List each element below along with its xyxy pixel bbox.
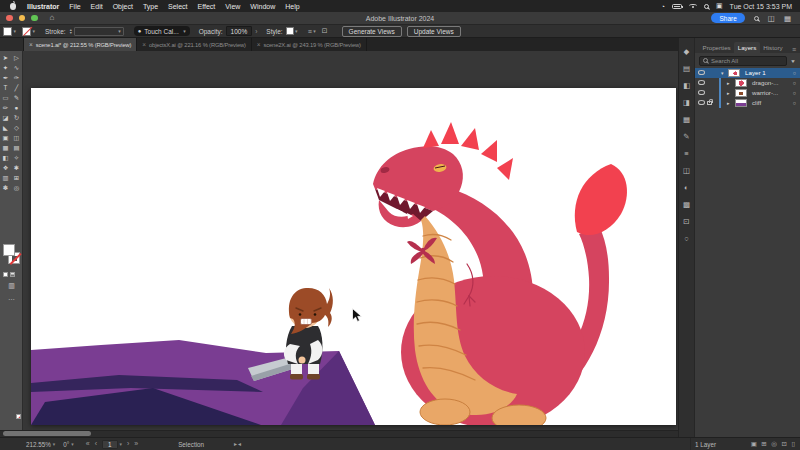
layer-thumbnail[interactable] — [735, 79, 747, 87]
target-circle-icon[interactable]: ○ — [793, 80, 796, 86]
opacity-value-field[interactable]: 100% — [226, 26, 253, 36]
layer-row-dragon[interactable]: ▸ dragon-... ○ — [695, 78, 800, 88]
apple-icon[interactable] — [10, 3, 16, 10]
workspace-switcher-icon[interactable]: ▦ — [784, 14, 791, 23]
rectangle-tool[interactable]: ▭ — [3, 93, 9, 103]
rotation-field[interactable]: 0° — [63, 441, 69, 448]
target-circle-icon[interactable]: ○ — [793, 100, 796, 106]
shape-builder-tool[interactable]: ◫ — [14, 133, 20, 143]
symbol-sprayer-tool[interactable]: ✱ — [14, 163, 19, 173]
close-icon[interactable]: × — [257, 41, 261, 48]
next-artboard-icon[interactable]: › — [127, 439, 129, 449]
chevron-right-icon[interactable]: ▸ — [727, 100, 730, 106]
locate-object-icon[interactable]: ◎ — [771, 440, 777, 448]
share-button[interactable]: Share — [711, 13, 744, 23]
transparency-icon[interactable]: ▩ — [683, 201, 690, 209]
menubar-clock[interactable]: Tue Oct 15 3:53 PM — [730, 3, 792, 10]
canvas[interactable] — [23, 51, 678, 430]
search-icon[interactable] — [754, 16, 759, 21]
toolbar-fill-swatch[interactable] — [3, 244, 15, 256]
current-tool-indicator[interactable]: Selection — [178, 441, 204, 448]
previous-artboard-icon[interactable]: ‹ — [95, 439, 97, 449]
layer-thumbnail[interactable] — [728, 69, 740, 77]
line-segment-tool[interactable]: ╱ — [15, 83, 19, 93]
new-layer-icon[interactable]: ⊡ — [781, 440, 786, 448]
stroke-dropdown-icon[interactable]: ▾ — [33, 28, 36, 34]
visibility-eye-icon[interactable] — [698, 80, 705, 85]
visibility-eye-icon[interactable] — [698, 100, 705, 105]
color-guide-icon[interactable]: ◨ — [683, 99, 690, 107]
direct-selection-tool[interactable]: ▷ — [14, 53, 19, 63]
tab-layers[interactable]: Layers — [734, 42, 760, 53]
gradient-tool[interactable]: ◧ — [3, 153, 9, 163]
tab-history[interactable]: History — [760, 42, 786, 53]
update-views-button[interactable]: Update Views — [407, 26, 461, 37]
pencil-tool[interactable]: ✏ — [3, 103, 8, 113]
layer-name[interactable]: cliff — [752, 99, 761, 106]
filter-icon[interactable]: ▼ — [790, 58, 796, 63]
menu-item-edit[interactable]: Edit — [86, 3, 108, 10]
horizontal-scrollbar-thumb[interactable] — [3, 431, 91, 436]
mesh-tool[interactable]: ▤ — [14, 143, 20, 153]
document-setup-icon[interactable]: ⊡ — [322, 27, 328, 35]
menu-item-help[interactable]: Help — [280, 3, 304, 10]
pen-tool[interactable]: ✒ — [3, 73, 8, 83]
gauge-icon[interactable]: ◔ — [661, 3, 665, 10]
history-back-icon[interactable]: ◂ — [238, 439, 241, 449]
blend-tool[interactable]: ❖ — [3, 163, 9, 173]
menu-item-window[interactable]: Window — [245, 3, 280, 10]
menu-item-select[interactable]: Select — [163, 3, 192, 10]
battery-icon[interactable] — [672, 4, 682, 9]
layer-row-layer1[interactable]: ▾ Layer 1 ○ — [695, 68, 800, 78]
fill-dropdown-icon[interactable]: ▾ — [14, 28, 17, 34]
comments-icon[interactable]: ○ — [684, 235, 689, 243]
paintbrush-tool[interactable]: ✎ — [14, 93, 19, 103]
zoom-level-field[interactable]: 212.55% — [26, 441, 51, 448]
artboard-tool[interactable]: ⊞ — [14, 173, 19, 183]
chevron-right-icon[interactable]: ▸ — [727, 90, 730, 96]
color-icon[interactable]: ◧ — [683, 82, 690, 90]
arrange-documents-icon[interactable]: ◫ — [768, 14, 775, 23]
last-artboard-icon[interactable]: » — [134, 439, 138, 449]
zoom-tool[interactable]: ◎ — [14, 183, 20, 193]
none-mode-icon[interactable] — [16, 414, 21, 419]
width-tool[interactable]: ◇ — [14, 123, 19, 133]
menu-item-type[interactable]: Type — [138, 3, 163, 10]
rotate-tool[interactable]: ↻ — [14, 113, 19, 123]
target-circle-icon[interactable]: ○ — [793, 90, 796, 96]
hand-tool[interactable]: ✽ — [3, 183, 8, 193]
eyedropper-tool[interactable]: ✧ — [14, 153, 19, 163]
lock-icon[interactable] — [707, 101, 712, 105]
curvature-tool[interactable]: ✑ — [14, 73, 19, 83]
visibility-eye-icon[interactable] — [698, 90, 705, 95]
perspective-grid-tool[interactable]: ▦ — [3, 143, 9, 153]
artboard-number-field[interactable]: 1 — [102, 440, 118, 449]
generate-views-button[interactable]: Generate Views — [342, 26, 402, 37]
column-graph-tool[interactable]: ▥ — [3, 173, 9, 183]
libraries-icon[interactable]: ▤ — [683, 65, 690, 73]
stroke-weight-stepper[interactable]: ▴▾ — [70, 28, 72, 35]
gradient-mode-icon[interactable] — [10, 272, 15, 277]
chevron-down-icon[interactable]: ▾ — [721, 70, 724, 76]
close-icon[interactable]: × — [142, 41, 146, 48]
fill-color-swatch[interactable] — [3, 27, 12, 36]
swatches-icon[interactable]: ▦ — [683, 116, 690, 124]
close-icon[interactable]: × — [29, 41, 33, 48]
scale-tool[interactable]: ◣ — [3, 123, 8, 133]
document-tab[interactable]: ×scene2X.ai @ 243.19 % (RGB/Preview) — [252, 38, 367, 51]
free-transform-tool[interactable]: ▣ — [3, 133, 9, 143]
layer-thumbnail[interactable] — [735, 99, 747, 107]
new-sublayer-icon[interactable]: ⊞ — [761, 440, 766, 448]
document-tab[interactable]: ×scene1.ai* @ 212.55 % (RGB/Preview) — [24, 38, 137, 51]
brush-preset-dropdown[interactable]: ● Touch Cal... ▾ — [134, 26, 190, 36]
menu-item-object[interactable]: Object — [108, 3, 138, 10]
menu-item-effect[interactable]: Effect — [193, 3, 221, 10]
opacity-panel-arrow[interactable]: › — [255, 28, 257, 35]
layers-panel-icon[interactable]: ◫ — [683, 167, 690, 175]
control-center-icon[interactable]: ▣ — [716, 2, 723, 10]
artboard[interactable] — [31, 88, 676, 425]
spotlight-icon[interactable] — [704, 4, 709, 9]
visibility-eye-icon[interactable] — [698, 70, 705, 75]
tab-properties[interactable]: Properties — [699, 42, 734, 53]
wifi-icon[interactable] — [689, 4, 697, 9]
